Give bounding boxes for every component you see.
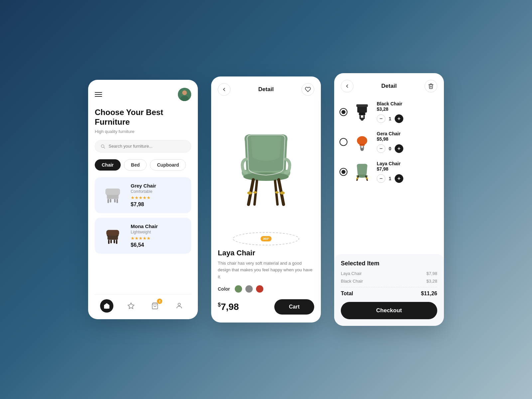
- summary-item-name: Laya Chair: [341, 271, 362, 276]
- product-image-mona-chair: [99, 222, 126, 249]
- chevron-left-icon: [221, 87, 227, 92]
- cart-icon: [151, 302, 159, 310]
- cart-item-black-chair: Black Chair $3,28 − 1 +: [339, 97, 439, 127]
- home-screen: Choose Your Best Furniture High quality …: [88, 80, 198, 319]
- product-item-grey-chair[interactable]: Grey Chair Comfortable ★★★★★ $7,98: [95, 177, 191, 213]
- product-list: Grey Chair Comfortable ★★★★★ $7,98: [95, 177, 191, 294]
- summary-total-row: Total $11,26: [341, 291, 437, 297]
- svg-point-25: [243, 172, 289, 181]
- qty-increase-black[interactable]: +: [395, 114, 403, 123]
- svg-point-26: [247, 192, 252, 195]
- color-option-green[interactable]: [235, 285, 242, 293]
- product-detail-name: Laya Chair: [218, 249, 314, 257]
- qty-decrease-gera[interactable]: −: [377, 144, 385, 153]
- category-cupboard[interactable]: Cupboard: [150, 159, 186, 171]
- svg-rect-10: [110, 199, 111, 202]
- home-subtitle: High quality furniture: [95, 129, 191, 134]
- nav-favorites[interactable]: [124, 299, 138, 313]
- svg-point-1: [182, 90, 187, 95]
- qty-control-laya: − 1 +: [377, 174, 439, 183]
- cart-item-radio-gera[interactable]: [339, 138, 347, 146]
- cart-title: Detail: [381, 83, 397, 89]
- category-chair[interactable]: Chair: [95, 159, 121, 171]
- menu-icon[interactable]: [95, 91, 102, 98]
- cart-item-name: Laya Chair: [377, 161, 439, 166]
- cart-item-price: $7,98: [377, 166, 439, 172]
- cart-item-radio-black[interactable]: [339, 108, 347, 116]
- summary-total-value: $11,26: [421, 291, 437, 297]
- svg-point-29: [275, 191, 279, 194]
- cart-item-img-laya: [351, 161, 373, 183]
- heart-icon: [305, 86, 311, 92]
- cart-item-laya-chair: Laya Chair $7,98 − 1 +: [339, 157, 439, 187]
- color-option-red[interactable]: [256, 285, 263, 293]
- cart-back-button[interactable]: [341, 80, 353, 92]
- summary-item-name: Black Chair: [341, 279, 363, 284]
- qty-value-laya: 1: [389, 176, 391, 181]
- price-value: 7,98: [221, 302, 239, 312]
- search-bar[interactable]: [95, 140, 191, 153]
- product-desc: Comfortable: [131, 189, 187, 194]
- nav-home[interactable]: [100, 299, 113, 313]
- home-icon: [103, 303, 110, 309]
- cart-item-price: $3,28: [377, 106, 439, 112]
- product-name: Mona Chair: [131, 223, 187, 229]
- trash-icon: [428, 83, 434, 89]
- product-info-mona-chair: Mona Chair Lightweight ★★★★★ $6,54: [131, 223, 187, 248]
- category-row: Chair Bed Cupboard: [95, 159, 191, 171]
- qty-decrease-black[interactable]: −: [377, 114, 385, 123]
- bottom-nav: 2: [95, 294, 191, 314]
- svg-rect-8: [107, 199, 109, 203]
- svg-rect-12: [105, 188, 120, 195]
- summary-item-price: $3,28: [426, 279, 437, 284]
- avatar[interactable]: [178, 88, 191, 101]
- cart-item-radio-laya[interactable]: [339, 168, 347, 176]
- svg-rect-19: [114, 240, 115, 243]
- svg-point-2: [181, 96, 189, 101]
- wishlist-button[interactable]: [302, 83, 314, 96]
- detail-screen: Detail 360°: [211, 76, 321, 323]
- svg-rect-38: [359, 144, 364, 146]
- cart-badge: 2: [157, 299, 162, 304]
- svg-point-45: [366, 177, 368, 179]
- cart-item-name: Black Chair: [377, 101, 439, 106]
- svg-point-27: [280, 192, 285, 195]
- category-bed[interactable]: Bed: [124, 159, 147, 171]
- product-item-mona-chair[interactable]: Mona Chair Lightweight ★★★★★ $6,54: [95, 218, 191, 254]
- product-info-grey-chair: Grey Chair Comfortable ★★★★★ $7,98: [131, 183, 187, 207]
- summary-row-laya: Laya Chair $7,98: [341, 271, 437, 276]
- cart-item-img-black: [351, 101, 373, 123]
- cart-screen: Detail: [334, 73, 444, 326]
- user-icon: [176, 302, 183, 310]
- chevron-left-icon: [344, 83, 350, 89]
- svg-line-4: [104, 147, 105, 148]
- svg-rect-11: [114, 199, 115, 202]
- page-title: Choose Your Best Furniture: [95, 108, 191, 127]
- svg-rect-18: [110, 240, 112, 243]
- add-to-cart-button[interactable]: Cart: [274, 299, 314, 315]
- qty-increase-laya[interactable]: +: [395, 174, 403, 183]
- cart-items-list: Black Chair $3,28 − 1 +: [334, 97, 444, 253]
- checkout-button[interactable]: Checkout: [341, 302, 437, 319]
- detail-top-bar: Detail: [218, 83, 314, 96]
- back-button[interactable]: [218, 83, 230, 96]
- detail-title: Detail: [258, 86, 274, 93]
- svg-rect-20: [106, 230, 119, 236]
- qty-increase-gera[interactable]: +: [395, 144, 403, 153]
- home-top-bar: [95, 88, 191, 101]
- delete-button[interactable]: [425, 80, 437, 92]
- product-stars: ★★★★★: [131, 236, 187, 241]
- cart-summary: Selected Item Laya Chair $7,98 Black Cha…: [334, 254, 444, 326]
- cart-item-info-laya: Laya Chair $7,98 − 1 +: [377, 161, 439, 183]
- svg-marker-22: [128, 303, 134, 309]
- search-input[interactable]: [108, 144, 186, 149]
- svg-rect-9: [116, 199, 118, 203]
- nav-cart[interactable]: 2: [148, 299, 162, 313]
- product-stars: ★★★★★: [131, 195, 187, 200]
- qty-decrease-laya[interactable]: −: [377, 174, 385, 183]
- summary-divider: [341, 287, 437, 287]
- summary-item-price: $7,98: [426, 271, 437, 276]
- nav-profile[interactable]: [173, 299, 186, 313]
- color-option-grey[interactable]: [245, 285, 253, 293]
- summary-row-black: Black Chair $3,28: [341, 279, 437, 284]
